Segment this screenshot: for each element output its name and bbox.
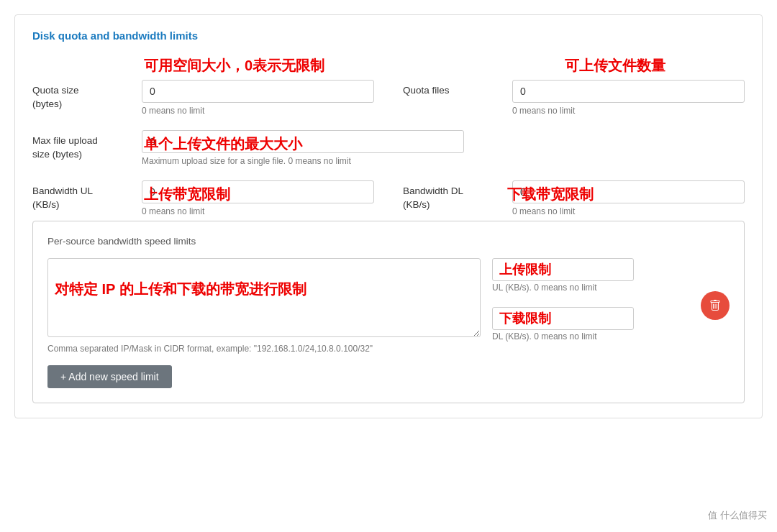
- bw-ul-field-wrap: 0 means no limit: [142, 180, 374, 216]
- bandwidth-row: Bandwidth UL(KB/s) 0 means no limit Band…: [32, 180, 745, 216]
- ul-speed-hint: UL (KB/s). 0 means no limit: [492, 283, 694, 293]
- bw-ul-input[interactable]: [142, 180, 374, 203]
- annotation-quota-size: 可用空间大小，0表示无限制: [144, 56, 324, 75]
- dl-speed-hint: DL (KB/s). 0 means no limit: [492, 331, 694, 341]
- per-source-section: Per-source bandwidth speed limits 对特定 IP…: [32, 221, 745, 403]
- add-button-label: + Add new speed limit: [60, 371, 159, 382]
- max-upload-label: Max file uploadsize (bytes): [32, 130, 133, 162]
- section-title: Disk quota and bandwidth limits: [32, 29, 745, 42]
- quota-row: Quota size(bytes) 0 means no limit Quota…: [32, 80, 745, 116]
- add-speed-limit-button[interactable]: + Add new speed limit: [47, 365, 172, 388]
- trash-icon: [709, 300, 721, 311]
- quota-size-hint: 0 means no limit: [142, 106, 374, 116]
- quota-files-hint: 0 means no limit: [512, 106, 745, 116]
- ip-textarea[interactable]: [47, 258, 481, 337]
- quota-files-group: Quota files 0 means no limit: [403, 80, 745, 116]
- bw-dl-input[interactable]: [512, 180, 745, 203]
- quota-size-input[interactable]: [142, 80, 374, 103]
- page-container: Disk quota and bandwidth limits 可用空间大小，0…: [0, 0, 777, 532]
- delete-speed-limit-button[interactable]: [701, 291, 730, 320]
- annotation-quota-files: 可上传文件数量: [565, 56, 665, 75]
- ip-textarea-wrap: 对特定 IP 的上传和下载的带宽进行限制 Comma separated IP/…: [47, 258, 481, 354]
- disk-quota-section: Disk quota and bandwidth limits 可用空间大小，0…: [14, 14, 763, 418]
- max-upload-container: 单个上传文件的最大大小 Max file uploadsize (bytes) …: [32, 130, 745, 166]
- bw-dl-group: Bandwidth DL(KB/s) 0 means no limit: [403, 180, 745, 216]
- bw-ul-hint: 0 means no limit: [142, 206, 374, 216]
- quota-files-field-wrap: 0 means no limit: [512, 80, 745, 116]
- quota-size-group: Quota size(bytes) 0 means no limit: [32, 80, 374, 116]
- max-upload-field-wrap: Maximum upload size for a single file. 0…: [142, 130, 464, 166]
- quota-size-field-wrap: 0 means no limit: [142, 80, 374, 116]
- dl-block: 下载限制 DL (KB/s). 0 means no limit: [492, 307, 694, 341]
- bandwidth-row-container: 上传带宽限制 下载带宽限制 Bandwidth UL(KB/s) 0 means…: [32, 180, 745, 216]
- watermark: 值 什么值得买: [708, 509, 767, 522]
- annotation-top-row: 可用空间大小，0表示无限制 可上传文件数量: [32, 56, 745, 75]
- speed-limit-row: 对特定 IP 的上传和下载的带宽进行限制 Comma separated IP/…: [47, 258, 730, 354]
- bandwidth-inputs: 上传限制 UL (KB/s). 0 means no limit 下载限制 DL…: [492, 258, 694, 349]
- max-upload-group: Max file uploadsize (bytes) Maximum uplo…: [32, 130, 464, 166]
- quota-size-label: Quota size(bytes): [32, 80, 133, 111]
- dl-speed-input[interactable]: [492, 307, 634, 330]
- quota-files-input[interactable]: [512, 80, 745, 103]
- ul-speed-input[interactable]: [492, 258, 634, 281]
- bw-ul-label: Bandwidth UL(KB/s): [32, 180, 133, 212]
- max-upload-row: Max file uploadsize (bytes) Maximum uplo…: [32, 130, 745, 166]
- ip-hint: Comma separated IP/Mask in CIDR format, …: [47, 344, 481, 354]
- quota-files-label: Quota files: [403, 80, 504, 98]
- per-source-title: Per-source bandwidth speed limits: [47, 236, 730, 247]
- bandwidth-controls-wrapper: 上传限制 UL (KB/s). 0 means no limit 下载限制 DL…: [492, 258, 730, 349]
- bw-ul-group: Bandwidth UL(KB/s) 0 means no limit: [32, 180, 374, 216]
- max-upload-input[interactable]: [142, 130, 464, 153]
- bw-dl-field-wrap: 0 means no limit: [512, 180, 745, 216]
- bw-dl-label: Bandwidth DL(KB/s): [403, 180, 504, 212]
- ul-block: 上传限制 UL (KB/s). 0 means no limit: [492, 258, 694, 293]
- max-upload-hint: Maximum upload size for a single file. 0…: [142, 156, 464, 166]
- bw-dl-hint: 0 means no limit: [512, 206, 745, 216]
